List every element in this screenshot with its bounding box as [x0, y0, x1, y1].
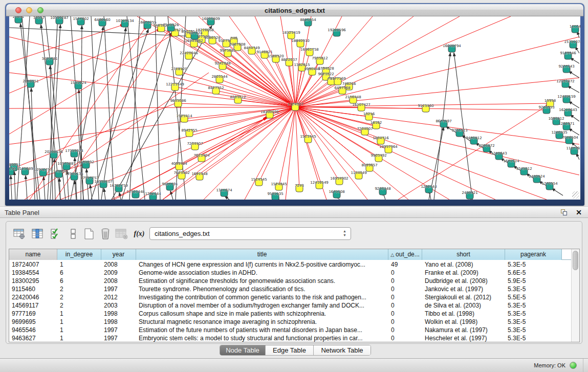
table-cell: Wolkin et al. (1998)	[422, 318, 505, 326]
table-cell: 22420046	[9, 293, 57, 301]
table-cell: 0	[388, 334, 422, 342]
graph-node-label: 18640910	[291, 39, 310, 43]
graph-node-label: 9245012	[516, 167, 532, 171]
table-cell: 1	[57, 334, 101, 342]
graph-node-label: 6497568	[334, 86, 350, 90]
table-row[interactable]: 946362711997Embryonic stem cells: a mode…	[9, 334, 571, 342]
table-cell: 5.3E-5	[505, 326, 562, 334]
column-header-year[interactable]: year	[101, 249, 136, 260]
select-all-columns-icon[interactable]	[48, 226, 64, 242]
column-header-short[interactable]: short	[422, 249, 505, 260]
graph-node-label: 9115460	[418, 104, 433, 108]
scrollbar-thumb[interactable]	[573, 251, 578, 270]
graph-node-label: 9242848	[214, 61, 230, 65]
graph-node-label: 12213349	[166, 82, 184, 86]
graph-node-label: 7234407	[187, 142, 203, 146]
table-row[interactable]: 1830029562008Estimation of significance …	[9, 277, 571, 285]
window-resize-grip[interactable]	[572, 191, 579, 199]
column-header-pagerank[interactable]: pagerank	[505, 249, 562, 260]
tab-network-table[interactable]: Network Table	[314, 345, 371, 355]
graph-node-label: 9215953	[538, 105, 554, 110]
combo-stepper-icon[interactable]: ▲▼	[342, 229, 347, 238]
table-row[interactable]: 2242004622012Investigating the contribut…	[9, 293, 571, 301]
table-row[interactable]: 969969511998Structural magnetic resonanc…	[9, 318, 571, 326]
tab-node-table[interactable]: Node Table	[220, 345, 266, 355]
graph-node-label: 16162	[371, 121, 382, 125]
graph-node-label: 3055781	[41, 57, 57, 61]
table-cell: 5.3E-5	[505, 301, 562, 310]
table-cell: 5.6E-5	[505, 269, 562, 277]
table-row[interactable]: 946554611997Estimation of the future num…	[9, 326, 571, 334]
column-header-name[interactable]: name	[9, 249, 57, 260]
graph-node-label: 185051	[9, 163, 20, 167]
table-cell: 1	[57, 260, 101, 269]
delete-column-icon[interactable]	[114, 226, 130, 242]
network-canvas[interactable]: 1724007946382288601238912954182260589127…	[9, 16, 580, 200]
table-cell: Franke et al. (2009)	[422, 269, 505, 277]
graph-node-label: 1595092	[78, 160, 94, 164]
vertical-scrollbar[interactable]	[571, 249, 579, 342]
graph-node-label: 2367608	[229, 42, 245, 47]
graph-node-label: 7625402	[173, 171, 189, 175]
graph-node-label: 16961758	[300, 48, 319, 52]
graph-node-label: 12505135	[65, 172, 83, 176]
graph-node-label: 1675314	[503, 159, 519, 163]
graph-node-label: 746266	[342, 82, 356, 86]
graph-node-label: 1925414	[176, 114, 192, 118]
attribute-table: namein_degreeyeartitle△out_de...shortpag…	[9, 249, 580, 342]
table-cell: Estimation of the future numbers of pati…	[136, 326, 388, 334]
table-row[interactable]: 911546021997Tourette syndrome. Phenomeno…	[9, 285, 571, 293]
delete-table-icon[interactable]	[97, 226, 114, 242]
graph-node-label: 7243	[295, 184, 304, 188]
table-cell: 49	[388, 260, 422, 269]
table-cell: 2	[57, 301, 101, 310]
table-cell: 2	[57, 285, 101, 293]
app-root: { "window": { "title": "citations_edges.…	[0, 0, 588, 372]
table-row[interactable]: 1456911722003Disruption of a novel membe…	[9, 301, 571, 310]
table-panel-header: Table Panel ✕	[0, 206, 588, 218]
table-cell: 6	[57, 269, 101, 277]
graph-node-label: 13216	[363, 112, 375, 116]
table-cell: 5.9E-5	[505, 277, 562, 285]
table-cell: 2012	[101, 293, 136, 301]
graph-node-label: 9203448	[375, 187, 390, 191]
graph-node-label: 1804716	[373, 136, 389, 140]
create-table-icon[interactable]	[81, 226, 97, 242]
table-cell: 1997	[101, 334, 136, 342]
table-cell: 2	[57, 293, 101, 301]
table-row[interactable]: 1872400712008Changes of HCN gene express…	[9, 260, 571, 269]
memory-ok-indicator-icon[interactable]	[570, 362, 577, 369]
table-cell: Corpus callosum shape and size in male p…	[136, 310, 388, 318]
tab-edge-table[interactable]: Edge Table	[266, 345, 314, 355]
table-cell: 9115460	[9, 285, 57, 293]
graph-node-label: 9857791	[162, 182, 178, 186]
table-cell: Embryonic stem cells: a model to study s…	[136, 334, 388, 342]
table-settings-icon[interactable]	[11, 226, 28, 242]
column-header-in_degree[interactable]: in_degree	[57, 249, 101, 260]
table-select[interactable]: citations_edges.txt ▲▼	[149, 227, 351, 240]
table-cell: 5.3E-5	[505, 260, 562, 269]
table-row[interactable]: 977716911998Corpus callosum shape and si…	[9, 310, 571, 318]
graph-node-label: 2450124	[529, 174, 545, 179]
close-panel-icon[interactable]: ✕	[576, 208, 582, 216]
show-columns-icon[interactable]	[30, 226, 46, 242]
window-titlebar[interactable]: citations_edges.txt	[6, 4, 583, 16]
graph-node-label: 1154049	[351, 171, 366, 175]
table-cell: Hescheler et al. (1997)	[422, 334, 505, 342]
column-header-title[interactable]: title	[136, 249, 388, 260]
graph-node-label: 1210643	[491, 151, 507, 156]
function-builder-icon[interactable]: f(x)	[131, 226, 147, 242]
table-cell: 1	[57, 310, 101, 318]
table-row[interactable]: 1938455462009Genome-wide association stu…	[9, 269, 571, 277]
float-panel-icon[interactable]	[561, 209, 568, 216]
table-cell: Disruption of a novel member of a sodium…	[136, 301, 388, 310]
graph-node-label: 1527602	[73, 17, 89, 21]
graph-node-label: 1675308	[329, 190, 344, 194]
table-cell: 18724007	[9, 260, 57, 269]
graph-node-label: 9227343	[558, 64, 574, 69]
unselect-columns-icon[interactable]	[66, 226, 82, 242]
graph-node-label: 9146821	[256, 50, 272, 54]
column-header-out_de[interactable]: △out_de...	[388, 249, 422, 260]
table-cell: 1998	[101, 318, 136, 326]
graph-node-label: 4099484	[171, 162, 187, 166]
